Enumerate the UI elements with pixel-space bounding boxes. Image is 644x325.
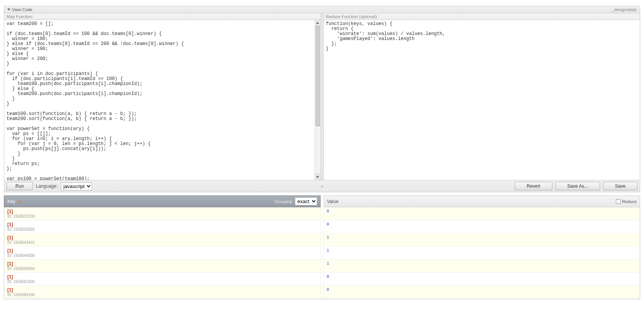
reduce-checkbox[interactable] <box>616 199 621 204</box>
result-value-cell: 1 <box>324 247 640 259</box>
toolbar-right: Revert Save As... Save <box>515 182 637 190</box>
result-row[interactable]: [1]ID: 15585891860 <box>4 286 640 299</box>
result-row[interactable]: [1]ID: 15585816960 <box>4 273 640 286</box>
result-value-cell: 0 <box>324 273 640 285</box>
sort-ascending-icon <box>17 200 21 203</box>
result-id: ID: 1558581696 <box>7 280 317 284</box>
map-scrollbar[interactable] <box>314 20 321 180</box>
result-key: [1] <box>7 235 317 240</box>
reduce-function-editor[interactable] <box>324 20 640 180</box>
result-value-cell: 0 <box>324 220 640 233</box>
result-key-cell: [1]ID: 1558526592 <box>4 220 321 233</box>
map-editor-body <box>4 20 321 180</box>
scroll-up-button[interactable] <box>315 20 321 26</box>
result-row[interactable]: [1]ID: 15585265920 <box>4 220 640 233</box>
results-body: [1]ID: 15585207090[1]ID: 15585265920[1]I… <box>4 207 640 299</box>
result-row[interactable]: [1]ID: 15585805941 <box>4 260 640 273</box>
result-row-splitter <box>321 233 324 246</box>
editor-toolbar: Run Language: javascript = Revert Save A… <box>4 180 640 192</box>
result-id: ID: 1558520709 <box>7 214 317 218</box>
result-key: [1] <box>7 287 317 293</box>
results-header-splitter[interactable] <box>321 195 324 207</box>
toolbar-left: Run Language: javascript <box>7 182 92 190</box>
key-header-label: Key <box>7 199 15 204</box>
view-code-header: View Code _design/stats <box>4 6 640 13</box>
reduce-checkbox-label: Reduce <box>622 199 637 204</box>
result-id: ID: 1558589186 <box>7 293 317 297</box>
result-row-splitter <box>321 260 324 272</box>
results-header: Key Grouping: exact Value Reduce <box>4 195 640 207</box>
editor-row: Map Function: Reduce Function (optional)… <box>4 13 640 180</box>
result-key-cell: [1]ID: 1558581696 <box>4 273 321 285</box>
result-row-splitter <box>321 286 324 298</box>
grouping-select[interactable]: exact <box>295 197 317 205</box>
equals-divider: = <box>321 183 324 189</box>
scroll-thumb[interactable] <box>316 26 320 126</box>
design-path: _design/stats <box>612 7 637 12</box>
result-id: ID: 1558526592 <box>7 227 317 232</box>
result-id: ID: 1558545000 <box>7 253 317 258</box>
language-select[interactable]: javascript <box>61 182 92 190</box>
result-value-cell: 1 <box>324 233 640 246</box>
result-value-cell: 0 <box>324 207 640 220</box>
reduce-function-label: Reduce Function (optional): <box>324 13 640 20</box>
result-row-splitter <box>321 220 324 233</box>
view-code-toggle[interactable]: View Code <box>7 7 32 12</box>
result-row[interactable]: [1]ID: 15585450001 <box>4 247 640 260</box>
result-id: ID: 1558580594 <box>7 267 317 271</box>
result-key: [1] <box>7 222 317 227</box>
map-editor-pane: Map Function: <box>4 13 321 180</box>
save-as-button[interactable]: Save As... <box>555 182 600 190</box>
result-row-splitter <box>321 273 324 285</box>
arrow-up-icon <box>316 22 319 24</box>
arrow-down-icon <box>316 176 319 178</box>
result-key: [1] <box>7 274 317 280</box>
view-code-label: View Code <box>12 7 32 12</box>
result-key-cell: [1]ID: 1558580594 <box>4 260 321 272</box>
editor-splitter[interactable] <box>321 13 324 180</box>
result-row-splitter <box>321 247 324 259</box>
value-header-label: Value <box>327 199 339 204</box>
result-key-cell: [1]ID: 1558589186 <box>4 286 321 298</box>
grouping-label: Grouping: <box>274 199 293 204</box>
result-row[interactable]: [1]ID: 15585207090 <box>4 207 640 220</box>
result-value-cell: 0 <box>324 286 640 298</box>
result-id: ID: 1558543431 <box>7 240 317 245</box>
result-key: [1] <box>7 209 317 214</box>
result-value-cell: 1 <box>324 260 640 272</box>
reduce-editor-body <box>324 20 640 180</box>
run-button[interactable]: Run <box>7 182 33 190</box>
result-key-cell: [1]ID: 1558520709 <box>4 207 321 220</box>
map-function-editor[interactable] <box>4 20 314 180</box>
key-column-header[interactable]: Key Grouping: exact <box>4 195 321 207</box>
result-key: [1] <box>7 248 317 253</box>
result-row-splitter <box>321 207 324 220</box>
scroll-down-button[interactable] <box>315 174 321 180</box>
reduce-editor-pane: Reduce Function (optional): <box>324 13 640 180</box>
map-function-label: Map Function: <box>4 13 321 20</box>
result-key-cell: [1]ID: 1558545000 <box>4 247 321 259</box>
chevron-down-icon <box>7 8 10 11</box>
revert-button[interactable]: Revert <box>515 182 552 190</box>
language-label: Language: <box>36 183 58 189</box>
save-button[interactable]: Save <box>603 182 637 190</box>
result-key: [1] <box>7 261 317 267</box>
value-column-header: Value Reduce <box>324 195 641 207</box>
result-row[interactable]: [1]ID: 15585434311 <box>4 233 640 247</box>
result-key-cell: [1]ID: 1558543431 <box>4 233 321 246</box>
